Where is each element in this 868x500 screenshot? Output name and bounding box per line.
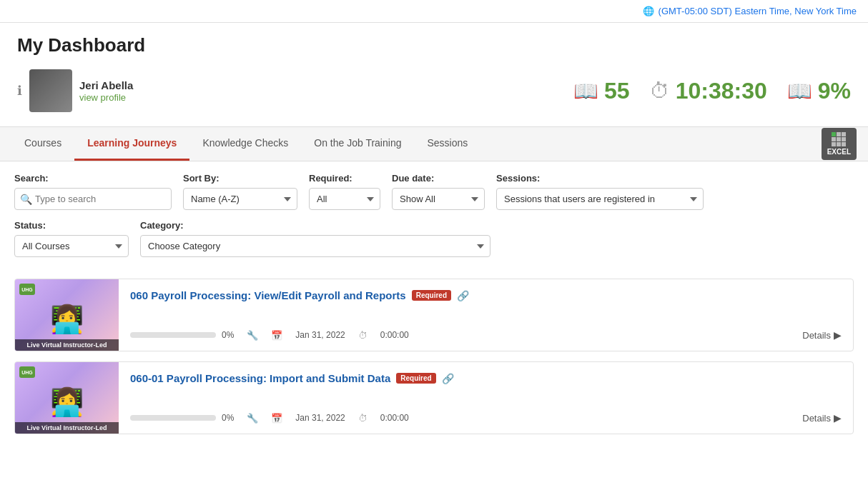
course-bottom: 0% 🔧 📅 Jan 31, 2022 ⏱ 0:00:00 Details ▶ [130,329,842,341]
user-section: ℹ Jeri Abella view profile 📖 55 ⏱ 10:38:… [17,69,851,112]
link-icon[interactable]: 🔗 [442,373,454,384]
excel-label: EXCEL [827,148,851,156]
course-thumbnail: UHG 👩‍💻 Live Virtual Instructor-Led [15,279,119,351]
status-select[interactable]: All Courses Not Started In Progress Comp… [14,235,129,257]
tab-knowledge-checks[interactable]: Knowledge Checks [189,127,301,161]
details-arrow-icon: ▶ [834,329,842,341]
user-info: ℹ Jeri Abella view profile [17,69,133,112]
search-icon: 🔍 [20,194,32,205]
search-wrapper: 🔍 [14,188,172,210]
link-icon[interactable]: 🔗 [457,290,469,301]
course-item: UHG 👩‍💻 Live Virtual Instructor-Led 060 … [14,279,854,351]
tab-sessions[interactable]: Sessions [414,127,480,161]
calendar-icon: 📅 [271,330,282,341]
search-label: Search: [14,173,172,184]
globe-icon: 🌐 [643,6,654,16]
course-bottom: 0% 🔧 📅 Jan 31, 2022 ⏱ 0:00:00 Details ▶ [130,412,842,424]
progress-percent: 0% [222,330,234,340]
course-type-badge: Live Virtual Instructor-Led [15,422,119,434]
progress-book-icon: 📖 [787,79,812,103]
thumb-inner: UHG 👩‍💻 Live Virtual Instructor-Led [15,362,119,434]
progress-bar-group: 0% [130,330,234,340]
timezone-info: 🌐 (GMT-05:00 SDT) Eastern Time, New York… [643,6,857,16]
view-profile-link[interactable]: view profile [79,92,126,103]
stat-time-value: 10:38:30 [676,78,767,104]
details-label: Details [802,413,831,424]
stat-courses: 📖 55 [573,78,630,104]
course-title[interactable]: 060 Payroll Processing: View/Edit Payrol… [130,289,406,301]
details-button[interactable]: Details ▶ [791,412,842,424]
stat-percent: 📖 9% [787,78,851,104]
user-name: Jeri Abella [79,79,133,91]
filter-sortby: Sort By: Name (A-Z) Name (Z-A) Due Date … [183,173,297,210]
excel-export-button[interactable]: EXCEL [822,128,857,160]
progress-bar [130,332,216,338]
details-button[interactable]: Details ▶ [791,329,842,341]
progress-percent: 0% [222,413,234,423]
filter-row-2: Status: All Courses Not Started In Progr… [14,220,854,257]
duedate-select[interactable]: Show All This Week This Month Overdue [392,188,485,210]
details-label: Details [802,330,831,341]
clock-icon: ⏱ [358,330,368,341]
category-label: Category: [140,220,490,231]
tabs-bar: Courses Learning Journeys Knowledge Chec… [0,126,868,161]
due-date: Jan 31, 2022 [295,413,345,423]
tabs-container: Courses Learning Journeys Knowledge Chec… [11,127,480,161]
thumb-inner: UHG 👩‍💻 Live Virtual Instructor-Led [15,279,119,351]
filter-required: Required: All Yes No [309,173,380,210]
thumb-illustration: 👩‍💻 [50,386,84,418]
details-arrow-icon: ▶ [834,412,842,424]
sortby-select[interactable]: Name (A-Z) Name (Z-A) Due Date Status [183,188,297,210]
duration: 0:00:00 [380,330,409,340]
excel-grid-icon [832,132,846,146]
course-list: UHG 👩‍💻 Live Virtual Instructor-Led 060 … [0,279,868,434]
sortby-label: Sort By: [183,173,297,184]
progress-bar-group: 0% [130,413,234,423]
required-badge: Required [412,290,451,301]
category-select[interactable]: Choose Category [140,235,490,257]
filter-search: Search: 🔍 [14,173,172,210]
sessions-label: Sessions: [496,173,704,184]
info-icon[interactable]: ℹ [17,83,22,99]
wrench-icon: 🔧 [247,413,258,424]
thumb-logo: UHG [19,284,35,295]
book-icon: 📖 [573,79,598,103]
timer-icon: ⏱ [650,79,670,103]
filter-sessions: Sessions: Sessions that users are regist… [496,173,704,210]
course-title-row: 060-01 Payroll Processing: Import and Su… [130,372,842,384]
filter-category: Category: Choose Category [140,220,490,257]
status-label: Status: [14,220,129,231]
filter-duedate: Due date: Show All This Week This Month … [392,173,485,210]
course-item: UHG 👩‍💻 Live Virtual Instructor-Led 060-… [14,361,854,434]
duration: 0:00:00 [380,413,409,423]
tab-learning-journeys[interactable]: Learning Journeys [74,127,189,161]
thumb-illustration: 👩‍💻 [50,304,84,335]
progress-bar [130,415,216,421]
required-select[interactable]: All Yes No [309,188,380,210]
due-date: Jan 31, 2022 [295,330,345,340]
clock-icon: ⏱ [358,413,368,424]
filter-status: Status: All Courses Not Started In Progr… [14,220,129,257]
stats-section: 📖 55 ⏱ 10:38:30 📖 9% [573,78,851,104]
sessions-select[interactable]: Sessions that users are registered in Al… [496,188,704,210]
course-meta: 0% 🔧 📅 Jan 31, 2022 ⏱ 0:00:00 [130,413,409,424]
stat-courses-value: 55 [604,78,630,104]
course-content: 060 Payroll Processing: View/Edit Payrol… [119,279,853,351]
tab-courses[interactable]: Courses [11,127,74,161]
user-details: Jeri Abella view profile [79,79,133,103]
main-header: My Dashboard ℹ Jeri Abella view profile … [0,23,868,126]
course-meta: 0% 🔧 📅 Jan 31, 2022 ⏱ 0:00:00 [130,330,409,341]
tab-on-job-training[interactable]: On the Job Training [301,127,414,161]
filter-row-1: Search: 🔍 Sort By: Name (A-Z) Name (Z-A)… [14,173,854,210]
course-content: 060-01 Payroll Processing: Import and Su… [119,362,853,434]
timezone-text: (GMT-05:00 SDT) Eastern Time, New York T… [659,6,857,16]
search-input[interactable] [14,188,172,210]
stat-time: ⏱ 10:38:30 [650,78,767,104]
filters-section: Search: 🔍 Sort By: Name (A-Z) Name (Z-A)… [0,161,868,279]
course-title-row: 060 Payroll Processing: View/Edit Payrol… [130,289,842,301]
calendar-icon: 📅 [271,413,282,424]
course-type-badge: Live Virtual Instructor-Led [15,339,119,351]
course-thumbnail: UHG 👩‍💻 Live Virtual Instructor-Led [15,362,119,434]
course-title[interactable]: 060-01 Payroll Processing: Import and Su… [130,372,390,384]
stat-percent-value: 9% [818,78,851,104]
